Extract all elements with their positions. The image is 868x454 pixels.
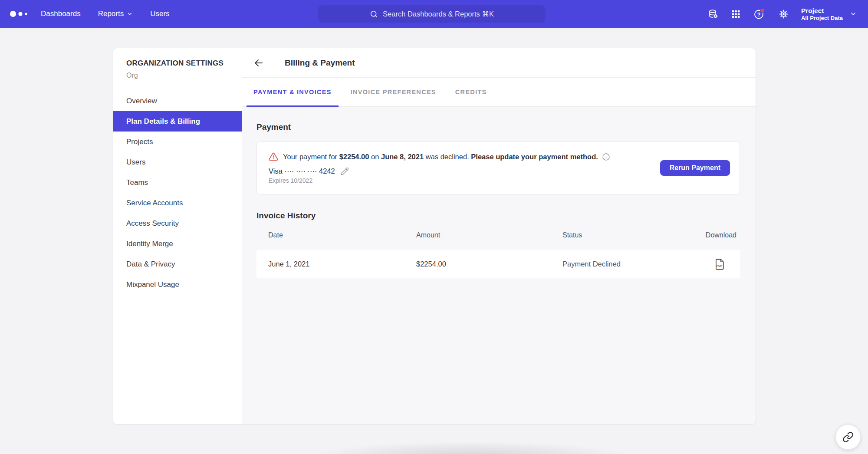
bottom-sheet-shadow [265,436,677,454]
payment-method-card: Your payment for $2254.00 on June 8, 202… [256,141,740,194]
sidebar-item-service-accounts[interactable]: Service Accounts [113,193,242,213]
pdf-file-icon: PDF [715,259,724,270]
sidebar-item-label: Mixpanel Usage [126,280,179,289]
invoice-date: June 1, 2021 [268,260,416,268]
svg-text:PDF: PDF [717,264,723,267]
notification-badge-dot [760,8,765,13]
tab-label: CREDITS [455,89,487,95]
link-chain-icon [842,431,854,443]
billing-tabs: PAYMENT & INVOICES INVOICE PREFERENCES C… [242,78,756,107]
sidebar-item-label: Service Accounts [126,199,183,207]
sidebar-item-identity-merge[interactable]: Identity Merge [113,234,242,254]
sidebar-item-label: Projects [126,138,153,146]
svg-text:?: ? [757,12,761,18]
tab-panel-payment-invoices: Payment Your payment for $2254.00 on Jun… [242,107,756,424]
tab-credits[interactable]: CREDITS [448,78,494,106]
card-number-row: Visa ···· ···· ···· 4242 [269,167,660,175]
share-link-fab[interactable] [835,424,861,450]
sidebar-item-teams[interactable]: Teams [113,172,242,193]
sidebar-item-mixpanel-usage[interactable]: Mixpanel Usage [113,274,242,295]
sidebar-item-plan-details-billing[interactable]: Plan Details & Billing [113,111,242,132]
sidebar-item-access-security[interactable]: Access Security [113,213,242,234]
back-button[interactable] [242,48,275,77]
global-search-input[interactable]: Search Dashboards & Reports ⌘K [318,5,546,23]
nav-dashboards-label: Dashboards [41,10,81,18]
info-icon[interactable] [602,153,610,161]
sidebar-item-label: Access Security [126,219,179,228]
sidebar-item-label: Teams [126,178,148,187]
invoice-status: Payment Declined [562,260,715,268]
tab-label: INVOICE PREFERENCES [351,89,436,95]
invoice-history-title: Invoice History [256,211,740,220]
sidebar-item-label: Identity Merge [126,240,173,248]
org-settings-sidebar: ORGANIZATION SETTINGS Org Overview Plan … [113,48,242,424]
top-navigation-bar: Dashboards Reports Users Search Dashboar… [0,0,868,28]
apps-grid-icon[interactable] [731,9,741,19]
sidebar-item-label: Users [126,158,145,167]
card-brand-number: Visa ···· ···· ···· 4242 [269,167,335,175]
nav-reports-label: Reports [98,10,124,18]
sidebar-item-label: Overview [126,97,157,105]
nav-reports[interactable]: Reports [98,10,133,18]
column-header-date: Date [268,231,416,239]
edit-pencil-icon[interactable] [341,167,349,175]
invoice-amount: $2254.00 [416,260,562,268]
sidebar-item-users[interactable]: Users [113,152,242,172]
sidebar-title: ORGANIZATION SETTINGS [126,59,242,68]
org-settings-panel: ORGANIZATION SETTINGS Org Overview Plan … [113,48,756,424]
project-label: Project [801,7,843,15]
card-expiry: Expires 10/2022 [269,177,660,184]
sidebar-item-projects[interactable]: Projects [113,132,242,152]
sidebar-item-data-privacy[interactable]: Data & Privacy [113,254,242,274]
tab-invoice-preferences[interactable]: INVOICE PREFERENCES [344,78,443,106]
chevron-down-icon [127,11,133,17]
search-placeholder: Search Dashboards & Reports ⌘K [383,10,494,18]
page-header: Billing & Payment [242,48,756,78]
mixpanel-logo-icon[interactable] [10,8,30,20]
sidebar-item-label: Plan Details & Billing [126,117,200,126]
payment-section-title: Payment [256,122,740,132]
page-title: Billing & Payment [285,58,355,68]
column-header-status: Status [562,231,706,239]
project-switcher[interactable]: Project All Project Data [801,7,857,22]
payment-declined-alert: Your payment for $2254.00 on June 8, 202… [269,152,660,161]
topbar-right-cluster: ? Project All Project Data [708,0,868,28]
top-nav-links: Dashboards Reports Users [41,10,170,18]
arrow-left-icon [253,58,264,68]
chevron-down-icon [850,10,857,17]
column-header-download: Download [706,231,736,239]
data-management-icon[interactable] [708,9,719,20]
tab-payment-invoices[interactable]: PAYMENT & INVOICES [247,78,339,106]
sidebar-item-list: Overview Plan Details & Billing Projects… [113,91,242,295]
warning-triangle-icon [269,152,278,161]
sidebar-item-label: Data & Privacy [126,260,175,269]
nav-users[interactable]: Users [150,10,169,18]
column-header-amount: Amount [416,231,562,239]
rerun-payment-button[interactable]: Rerun Payment [660,160,730,176]
tab-label: PAYMENT & INVOICES [253,89,332,95]
invoice-table-header: Date Amount Status Download [256,220,740,250]
sidebar-item-overview[interactable]: Overview [113,91,242,111]
nav-users-label: Users [150,10,169,18]
nav-dashboards[interactable]: Dashboards [41,10,81,18]
project-switcher-text: Project All Project Data [801,7,843,22]
invoice-row: June 1, 2021 $2254.00 Payment Declined P… [256,250,740,278]
payment-method-details: Your payment for $2254.00 on June 8, 202… [269,152,660,184]
help-icon[interactable]: ? [753,7,766,20]
search-icon [370,10,378,18]
org-name: Org [126,72,242,79]
settings-gear-icon[interactable] [778,9,789,20]
download-pdf-button[interactable]: PDF [715,259,724,270]
project-value: All Project Data [801,15,843,22]
billing-content: Billing & Payment PAYMENT & INVOICES INV… [242,48,756,424]
alert-text: Your payment for $2254.00 on June 8, 202… [283,153,598,161]
